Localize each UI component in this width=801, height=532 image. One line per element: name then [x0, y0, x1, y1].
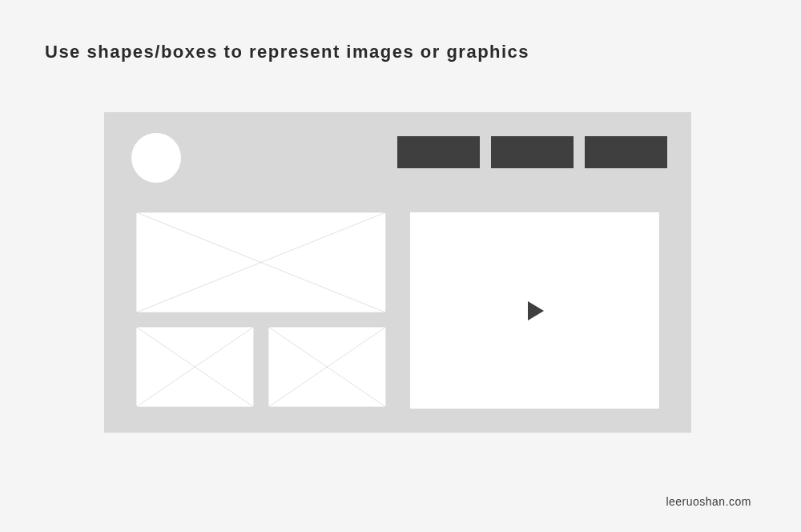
nav-button-placeholder	[585, 136, 667, 168]
image-placeholder-small	[136, 327, 254, 407]
video-placeholder	[410, 212, 660, 409]
image-placeholder-small	[268, 327, 386, 407]
small-images-row	[136, 327, 386, 407]
play-icon	[528, 301, 544, 320]
wireframe-container	[104, 112, 691, 433]
image-placeholder-large	[136, 212, 386, 312]
nav-button-placeholder	[491, 136, 574, 168]
instruction-heading: Use shapes/boxes to represent images or …	[45, 42, 529, 62]
nav-buttons-group	[397, 136, 667, 168]
logo-placeholder	[131, 133, 181, 183]
content-area	[136, 212, 659, 409]
nav-button-placeholder	[397, 136, 480, 168]
images-column	[136, 212, 386, 409]
attribution-text: leeruoshan.com	[666, 495, 751, 508]
